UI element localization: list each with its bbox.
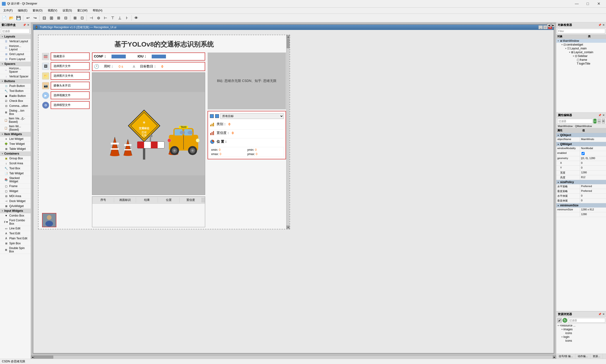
- video-button[interactable]: 选择视频文件: [51, 91, 90, 99]
- obj-filter-input[interactable]: [557, 29, 605, 33]
- redo-button[interactable]: ↪: [32, 15, 38, 21]
- widget-search-input[interactable]: [1, 29, 30, 33]
- adjust-size-button[interactable]: ⊡: [79, 15, 85, 21]
- menu-settings[interactable]: 设置(S): [60, 8, 74, 13]
- tab-signals[interactable]: 信号/情 编...: [556, 354, 575, 359]
- tree-centralwidget[interactable]: ⊡ centralwidget: [556, 43, 606, 47]
- widget-widget[interactable]: ▢ Widget: [0, 189, 31, 194]
- widget-tree-widget[interactable]: 🌳 Tree Widget: [0, 142, 31, 146]
- widget-radio-button[interactable]: ◉ Radio Button: [0, 93, 31, 99]
- resource-item-images[interactable]: images: [556, 327, 606, 331]
- rb-refresh-icon[interactable]: ↻: [563, 318, 567, 323]
- select-folder-button[interactable]: 选择图片文件夹: [51, 72, 90, 80]
- resource-item-icons-2[interactable]: icons: [556, 339, 606, 343]
- prop-group-sizepolicy[interactable]: sizePolicy: [556, 180, 606, 184]
- rb-filter-input[interactable]: [568, 318, 605, 323]
- nav-left-button[interactable]: ◀: [547, 23, 551, 27]
- widget-item-wi[interactable]: 📋 Item Wi...(Based): [0, 124, 31, 132]
- layout-v-button[interactable]: ⊞: [48, 15, 55, 21]
- widget-font-combo-box[interactable]: F▼ Font Combo Box: [0, 218, 31, 226]
- menu-form[interactable]: 窗体(O): [30, 8, 45, 13]
- widget-table-widget[interactable]: ⊞ Table Widget: [0, 146, 31, 152]
- widget-list-widget[interactable]: ≡ List Widget: [0, 137, 31, 142]
- widget-plain-text-edit[interactable]: Ā Plain Text Edit: [0, 236, 31, 241]
- break-layout-button[interactable]: ⊠: [71, 15, 78, 21]
- widget-box-close[interactable]: ✕: [27, 24, 29, 26]
- menu-file[interactable]: 文件(F): [1, 8, 15, 13]
- widget-tool-button[interactable]: 🔧 Tool Button: [0, 89, 31, 93]
- widget-combo-box[interactable]: ▼ Combo Box: [0, 213, 31, 218]
- prop-pin-icon[interactable]: 📌: [598, 114, 602, 117]
- widget-group-box[interactable]: ▣ Group Box: [0, 156, 31, 161]
- prop-group-qobject[interactable]: QObject: [556, 133, 606, 137]
- tree-layout-main[interactable]: ☷ Layout_main: [556, 47, 606, 50]
- conf-slider[interactable]: [111, 55, 126, 58]
- prop-filter-input[interactable]: [557, 119, 592, 123]
- layout-form-button[interactable]: ⊟: [62, 15, 69, 21]
- obj-close-icon[interactable]: ✕: [602, 24, 605, 26]
- h-scroll-right[interactable]: ▶: [553, 356, 556, 359]
- rb-paint-icon[interactable]: 🖌: [557, 318, 562, 323]
- close-button[interactable]: ✕: [593, 0, 604, 8]
- widget-box-scroll[interactable]: Layouts ☰ Vertical Layout ☷ Horizon... L…: [0, 34, 31, 359]
- menu-edit[interactable]: 编辑(E): [15, 8, 30, 13]
- menu-help[interactable]: 帮助(H): [90, 8, 105, 13]
- widget-check-box[interactable]: ☑ Check Box: [0, 99, 31, 104]
- rb-pin-icon[interactable]: 📌: [598, 313, 602, 316]
- camera-button[interactable]: 摄像头未开启: [51, 82, 90, 90]
- align-bottom-button[interactable]: ⊦: [124, 15, 130, 21]
- widget-command-button[interactable]: ⊡ Comma...utton: [0, 104, 31, 108]
- scroll-top-arrow[interactable]: ▲: [287, 35, 290, 39]
- new-button[interactable]: 📄: [1, 15, 8, 21]
- category-layouts[interactable]: Layouts: [0, 34, 31, 39]
- prop-group-qwidget[interactable]: QWidget: [556, 142, 606, 146]
- category-input[interactable]: Input Widgets: [0, 209, 31, 213]
- layout-h-button[interactable]: ⊟: [41, 15, 48, 21]
- widget-box-pin[interactable]: 📌: [23, 24, 26, 26]
- widget-text-edit[interactable]: A Text Edit: [0, 231, 31, 236]
- h-scroll-left[interactable]: ◀: [31, 356, 34, 359]
- widget-spin-box[interactable]: ⊞ Spin Box: [0, 241, 31, 246]
- widget-push-button[interactable]: ⊡ Push Button: [0, 84, 31, 89]
- widget-item-view-l[interactable]: 📋 Item Vie...(L-Based): [0, 116, 31, 124]
- iou-slider[interactable]: [152, 55, 166, 58]
- widget-qax[interactable]: ⊠ QAxWidget: [0, 204, 31, 209]
- minimize-button[interactable]: —: [571, 0, 582, 8]
- h-scroll-track[interactable]: [34, 356, 553, 359]
- widget-mdi-area[interactable]: ⊟ MDI Area: [0, 194, 31, 199]
- scroll-bottom-arrow[interactable]: ▼: [287, 226, 290, 229]
- widget-grid-layout[interactable]: ⊞ Grid Layout: [0, 52, 31, 57]
- checkbox-all-targets-2[interactable]: [215, 114, 219, 118]
- prop-tool-button-2[interactable]: ✏: [602, 119, 605, 123]
- prop-close-icon[interactable]: ✕: [602, 114, 605, 117]
- widget-vertical-spacer[interactable]: ↕ Vertical Spacer: [0, 74, 31, 79]
- widget-line-edit[interactable]: ▭ Line Edit: [0, 226, 31, 231]
- sub-minimize[interactable]: _: [538, 26, 543, 29]
- resource-item-root[interactable]: <resource ...: [556, 324, 606, 327]
- widget-horizontal-spacer[interactable]: ↔ Horizon... Spacer: [0, 66, 31, 74]
- widget-form-layout[interactable]: ⊟ Form Layout: [0, 57, 31, 62]
- resource-item-login[interactable]: login: [556, 335, 606, 339]
- h-scrollbar[interactable]: ◀ ▶: [31, 355, 556, 359]
- tree-mainwindow[interactable]: 🖥 MainWindow: [556, 39, 606, 43]
- widget-horizontal-layout[interactable]: ☷ Horizon... Layout: [0, 44, 31, 52]
- prop-add-button[interactable]: +: [593, 119, 596, 123]
- align-center-h-button[interactable]: ⊜: [95, 15, 102, 21]
- model-button[interactable]: 选择模型文件: [51, 101, 90, 109]
- widget-vertical-layout[interactable]: ☰ Vertical Layout: [0, 39, 31, 44]
- menu-window[interactable]: 窗口(W): [75, 8, 90, 13]
- align-right-button[interactable]: ⊢: [102, 15, 109, 21]
- category-item-widgets[interactable]: Item Widgets: [0, 132, 31, 137]
- maximize-button[interactable]: □: [582, 0, 593, 8]
- align-left-button[interactable]: ⊣: [88, 15, 95, 21]
- checkbox-all-targets[interactable]: [210, 114, 214, 118]
- prop-group-minsize[interactable]: minimumSize: [556, 203, 606, 208]
- toggle-button[interactable]: 隐藏显示: [51, 52, 90, 60]
- tree-sidebar[interactable]: ⊡ Sidebar: [556, 54, 606, 58]
- open-button[interactable]: 📂: [8, 15, 15, 21]
- widget-dock-widget[interactable]: ⊣ Dock Widget: [0, 199, 31, 204]
- tree-logintitle[interactable]: T loginTitle: [556, 62, 606, 65]
- tab-actions[interactable]: 动作编...: [575, 354, 590, 359]
- category-spacers[interactable]: Spacers: [0, 62, 31, 66]
- preview-button[interactable]: 👁: [133, 15, 139, 21]
